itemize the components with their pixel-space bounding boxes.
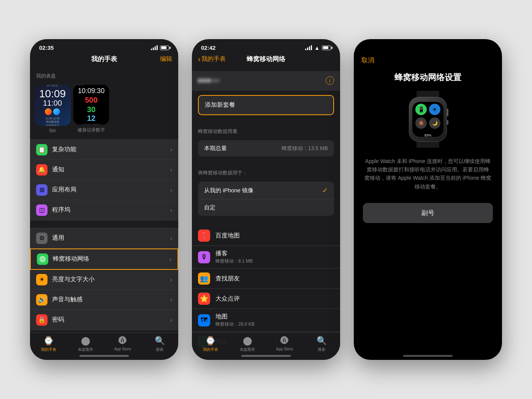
app-icon-3: ⭐ (198, 293, 210, 305)
menu-item-7[interactable]: 🔒 密码 › (30, 310, 178, 330)
menu-label-3: 程序坞 (52, 206, 170, 214)
chevron-icon-4: › (170, 235, 172, 241)
fitness-label: 健身记录数字 (78, 127, 105, 133)
fitness-num2: 30 (87, 105, 95, 114)
watch-band-top (416, 91, 439, 97)
app-icon-4: 🗺 (198, 314, 210, 326)
app-info-1: 播客 蜂窝移动：8.1 MB (215, 250, 334, 264)
tab-faces-2[interactable]: ⬤ 表盘图库 (229, 336, 266, 352)
app-name-1: 播客 (215, 250, 334, 258)
option2-row[interactable]: 自定 (198, 200, 334, 216)
menu-label-6: 声音与触感 (52, 296, 170, 304)
cancel-area: 取消 (354, 56, 502, 68)
menu-label-cellular: 蜂窝移动网络 (53, 255, 169, 263)
app-info-0: 百度地图 (215, 232, 334, 240)
menu-icon-4: ⚙ (36, 233, 48, 244)
status-time-2: 02:42 (201, 44, 215, 51)
menu-item-6[interactable]: 🔊 声音与触感 › (30, 290, 178, 310)
menu-item-3[interactable]: ◫ 程序坞 › (30, 200, 178, 220)
app-icon-1: 🎙 (198, 251, 210, 263)
menu-label-2: 应用布局 (52, 186, 170, 194)
menu-item-1[interactable]: 🔔 通知 › (30, 160, 178, 180)
nav-bar-2: ‹ 我的手表 蜂窝移动网络 (192, 53, 340, 66)
account-text: ■■■▪▪▪ (198, 77, 220, 84)
menu-label-7: 密码 (52, 316, 170, 324)
control-phone: 📱 (415, 104, 427, 115)
menu-icon-1: 🔔 (36, 164, 48, 176)
option1-label: 从我的 iPhone 镜像 (204, 187, 253, 194)
tab-my-watch-1[interactable]: ⌚ 我的手表 (30, 336, 67, 352)
tab-appstore-1[interactable]: 🅐 App Store (104, 336, 141, 352)
watch-faces-row: 23 周五 10:09 11:00 11:30-12:30和光数页面街角咖啡店 … (30, 82, 178, 139)
chevron-icon-1: › (170, 167, 172, 173)
menu-item-2[interactable]: ⊞ 应用布局 › (30, 180, 178, 200)
app-name-4: 地图 (215, 313, 334, 321)
watch-face-fitness[interactable]: 廿三 10:09:30 500 30 12 9月23日 星期五 (73, 85, 109, 125)
nav-title-2: 蜂窝移动网络 (247, 55, 285, 63)
cancel-button[interactable]: 取消 (361, 57, 374, 64)
menu-item-0[interactable]: 📋 复杂功能 › (30, 139, 178, 160)
tab-search-icon-1: 🔍 (155, 336, 165, 346)
battery-icon-2 (322, 46, 331, 50)
menu-icon-6: 🔊 (36, 294, 48, 306)
tab-search-icon-2: 🔍 (317, 336, 327, 346)
data-total-label: 本期总量 (204, 145, 227, 152)
watch-face-siri[interactable]: 23 周五 10:09 11:00 11:30-12:30和光数页面街角咖啡店 (34, 85, 71, 126)
tab-watch-label-1: 我的手表 (41, 347, 56, 352)
menu-item-cellular[interactable]: 蜂窝移动网络 › (30, 249, 178, 270)
status-icons-2: ▲ (305, 45, 331, 51)
app-icon-0: 📍 (198, 230, 210, 242)
section-use-header: 将蜂窝移动数据用于： (192, 163, 340, 179)
app-item-3[interactable]: ⭐ 大众点评 (192, 289, 340, 309)
data-total-row: 本期总量 蜂窝移动：13.5 MB (198, 140, 334, 157)
chevron-icon-0: › (170, 147, 172, 153)
app-item-2[interactable]: 👥 查找朋友 (192, 269, 340, 289)
screen3: 取消 蜂窝移动网络设置 📱 ✈ 🔕 🌙 83% (354, 39, 502, 360)
data-total-value: 蜂窝移动：13.5 MB (282, 145, 328, 152)
menu-icon-cellular (37, 253, 48, 265)
screen3-title: 蜂窝移动网络设置 (363, 72, 493, 83)
tab-faces-label-2: 表盘图库 (240, 347, 255, 352)
option2-label: 自定 (204, 204, 215, 211)
apple-watch-illustration: 📱 ✈ 🔕 🌙 83% (403, 91, 453, 148)
back-button-2[interactable]: ‹ 我的手表 (198, 55, 226, 63)
menu-icon-0: 📋 (36, 144, 48, 155)
fitness-num1: 500 (85, 96, 97, 104)
wifi-icon-2: ▲ (314, 45, 320, 51)
menu-section-2: ⚙ 通用 › 蜂窝移动网络 › ☀ 亮度与文字大小 › 🔊 声音与触感 › 🔒 … (30, 228, 178, 330)
menu-icon-3: ◫ (36, 204, 48, 216)
tab-faces-icon-2: ⬤ (243, 336, 252, 346)
fuhao-button[interactable]: 副号 (363, 203, 493, 223)
watch-controls-grid: 📱 ✈ 🔕 🌙 (413, 101, 443, 131)
info-icon[interactable]: i (326, 76, 334, 85)
tab-search-1[interactable]: 🔍 搜索 (141, 336, 179, 352)
tab-search-2[interactable]: 🔍 搜索 (303, 336, 340, 352)
menu-item-4[interactable]: ⚙ 通用 › (30, 228, 178, 249)
tab-my-watch-2[interactable]: ⌚ 我的手表 (192, 336, 229, 352)
tab-faces-label-1: 表盘图库 (78, 347, 93, 352)
app-sub-4: 蜂窝移动：26.0 KB (215, 321, 334, 328)
edit-button-1[interactable]: 编辑 (160, 55, 172, 63)
app-item-0[interactable]: 📍 百度地图 (192, 226, 340, 246)
option1-row[interactable]: 从我的 iPhone 镜像 ✓ (198, 182, 334, 200)
status-time-1: 02:35 (39, 44, 54, 51)
tab-appstore-2[interactable]: 🅐 App Store (266, 336, 303, 352)
app-item-4[interactable]: 🗺 地图 蜂窝移动：26.0 KB (192, 309, 340, 332)
status-bar-2: 02:42 ▲ (192, 39, 340, 53)
app-item-1[interactable]: 🎙 播客 蜂窝移动：8.1 MB (192, 246, 340, 269)
fitness-date-bottom: 9月23日 星期五 (80, 124, 103, 125)
tab-faces-icon-1: ⬤ (81, 336, 90, 346)
app-icon-2: 👥 (198, 272, 210, 285)
app-name-2: 查找朋友 (215, 275, 334, 283)
nav-title-1: 我的手表 (91, 55, 117, 63)
control-silent: 🔕 (415, 117, 427, 129)
add-plan-row[interactable]: 添加新套餐 (198, 95, 334, 115)
home-indicator-2 (241, 355, 291, 357)
chevron-icon-2: › (170, 187, 172, 193)
menu-item-5[interactable]: ☀ 亮度与文字大小 › (30, 270, 178, 290)
tab-faces-1[interactable]: ⬤ 表盘图库 (67, 336, 104, 352)
back-arrow-2: ‹ (198, 55, 201, 63)
signal-icon-1 (151, 45, 158, 50)
tab-watch-label-2: 我的手表 (203, 347, 218, 352)
account-row[interactable]: ■■■▪▪▪ i (192, 71, 340, 90)
